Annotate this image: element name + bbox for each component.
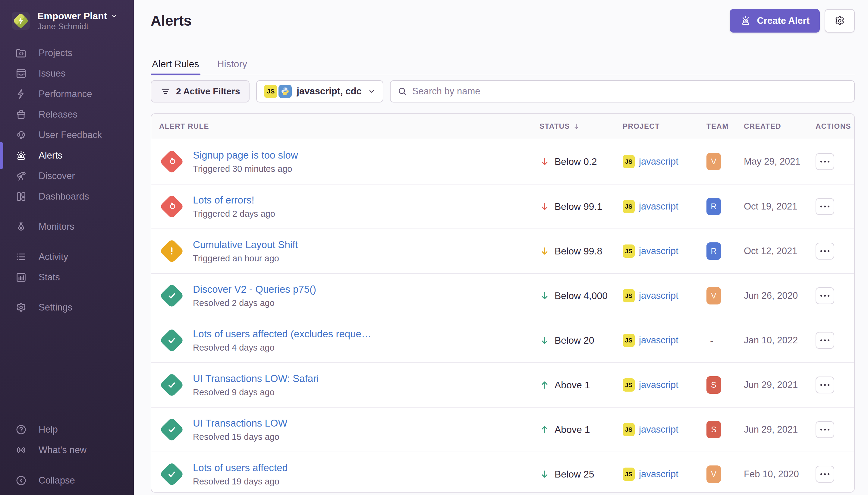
table-row: Signup page is too slowTriggered 30 minu… [151,139,854,184]
alert-rule-link[interactable]: Cumulative Layout Shift [193,239,298,251]
sidebar-item-issues[interactable]: Issues [0,63,134,84]
siren-icon [740,15,751,27]
alert-rule-link[interactable]: UI Transactions LOW [193,417,288,429]
project-selector[interactable]: JS javascript, cdc [256,80,383,102]
project-link[interactable]: javascript [639,290,678,301]
status-cell: Below 0.2 [536,156,618,167]
create-alert-button[interactable]: Create Alert [730,9,820,33]
column-header-created[interactable]: CREATED [739,122,808,131]
sidebar-item-activity[interactable]: Activity [0,246,134,267]
alert-rule-subtitle: Resolved 9 days ago [193,387,319,397]
column-header-status[interactable]: STATUS [536,122,618,131]
javascript-icon: JS [623,423,635,436]
project-link[interactable]: javascript [639,156,678,167]
page-header: Alerts Create Alert [151,0,855,33]
alert-rules-table: ALERT RULESTATUSPROJECTTEAMCREATEDACTION… [151,113,855,493]
search-icon [397,86,407,97]
actions-cell [808,198,854,215]
tab-alert-rules[interactable]: Alert Rules [151,58,201,75]
rule-text: Discover V2 - Queries p75()Resolved 2 da… [193,284,316,308]
row-actions-button[interactable] [816,198,834,215]
chevron-down-icon [368,87,376,95]
sidebar-item-monitors[interactable]: Monitors [0,217,134,237]
row-actions-button[interactable] [816,287,834,304]
monitors-icon [15,221,27,233]
nav-section: Monitors [0,217,134,237]
alert-rule-link[interactable]: Lots of users affected (excludes reque… [193,328,371,340]
sidebar-footer: HelpWhat's newCollapse [0,419,134,491]
project-link[interactable]: javascript [639,424,678,435]
alert-rule-link[interactable]: Lots of errors! [193,194,275,206]
status-text: Below 4,000 [555,290,608,302]
sidebar-item-alerts[interactable]: Alerts [0,145,134,166]
org-switcher[interactable]: Empower Plant Jane Schmidt [0,0,134,31]
status-text: Above 1 [555,424,590,435]
team-avatar: S [707,376,721,394]
rule-text: Lots of users affectedResolved 19 days a… [193,462,288,487]
rule-text: Lots of users affected (excludes reque…R… [193,328,371,353]
whats-new-icon [15,444,27,456]
sidebar-item-what-s-new[interactable]: What's new [0,440,134,460]
project-cell: JSjavascript [618,378,702,392]
sidebar-item-collapse[interactable]: Collapse [0,470,134,491]
project-link[interactable]: javascript [639,201,678,212]
row-actions-button[interactable] [816,332,834,349]
actions-cell [808,377,854,393]
project-link[interactable]: javascript [639,379,678,390]
tabs: Alert RulesHistory [151,58,855,75]
collapse-icon [15,475,27,487]
sidebar-item-stats[interactable]: Stats [0,267,134,288]
javascript-icon: JS [623,467,635,481]
tab-history[interactable]: History [216,58,249,75]
status-text: Below 99.1 [555,201,602,212]
column-header-alert-rule[interactable]: ALERT RULE [151,122,536,131]
filter-icon [160,86,171,97]
check-icon [166,334,178,347]
sidebar-item-label: Performance [39,89,92,100]
sidebar-item-discover[interactable]: Discover [0,166,134,186]
row-actions-button[interactable] [816,243,834,259]
sidebar-item-user-feedback[interactable]: User Feedback [0,125,134,145]
column-header-project[interactable]: PROJECT [618,122,702,131]
sidebar-item-settings[interactable]: Settings [0,297,134,318]
created-cell: Jun 26, 2020 [739,290,808,301]
status-text: Below 99.8 [555,246,602,257]
alert-rule-link[interactable]: Lots of users affected [193,462,288,474]
help-icon [15,424,27,436]
project-link[interactable]: javascript [639,335,678,346]
rule-text: Cumulative Layout ShiftTriggered an hour… [193,239,298,263]
sidebar-item-projects[interactable]: Projects [0,43,134,63]
sidebar-item-help[interactable]: Help [0,419,134,440]
project-link[interactable]: javascript [639,246,678,257]
nav-section: ActivityStats [0,246,134,288]
sidebar-item-performance[interactable]: Performance [0,84,134,104]
project-link[interactable]: javascript [639,469,678,480]
search-input[interactable] [412,86,848,97]
gear-icon [834,15,846,27]
alert-settings-button[interactable] [824,9,855,33]
row-actions-button[interactable] [816,466,834,483]
sidebar-item-releases[interactable]: Releases [0,104,134,125]
team-cell: R [702,242,739,260]
alert-rule-cell: UI Transactions LOWResolved 15 days ago [151,417,536,442]
sidebar-item-dashboards[interactable]: Dashboards [0,186,134,207]
column-label: ACTIONS [816,122,851,131]
row-actions-button[interactable] [816,421,834,438]
row-actions-button[interactable] [816,153,834,170]
column-header-actions[interactable]: ACTIONS [808,122,854,131]
row-actions-button[interactable] [816,377,834,393]
team-cell: V [702,153,739,170]
alert-rule-link[interactable]: Signup page is too slow [193,149,298,161]
active-filters-label: 2 Active Filters [176,86,240,97]
arrow-down-icon [539,156,550,167]
alert-rule-link[interactable]: UI Transactions LOW: Safari [193,373,319,385]
arrow-up-icon [539,380,550,390]
sidebar-item-label: Collapse [39,475,75,486]
sidebar-item-label: Projects [39,48,72,58]
alert-rule-link[interactable]: Discover V2 - Queries p75() [193,284,316,295]
actions-cell [808,287,854,304]
column-header-team[interactable]: TEAM [702,122,739,131]
active-filters-button[interactable]: 2 Active Filters [151,80,249,102]
actions-cell [808,332,854,349]
team-avatar: R [707,242,721,260]
